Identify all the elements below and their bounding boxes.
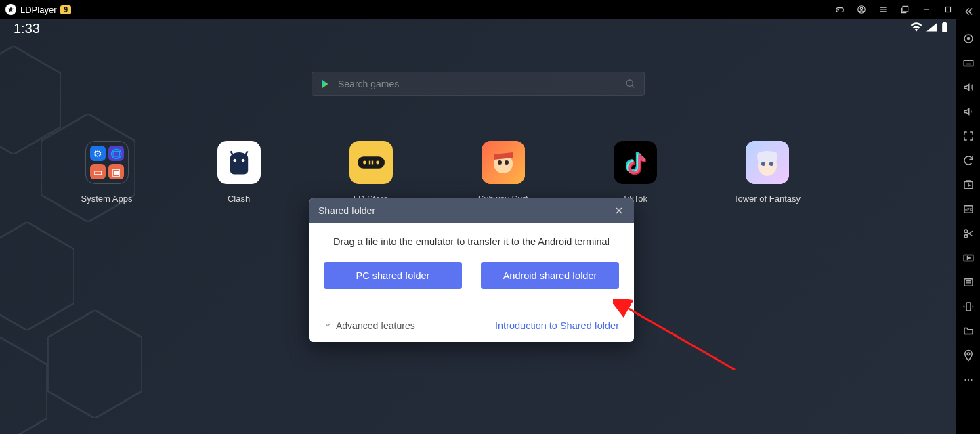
app-label: System Apps (81, 194, 133, 204)
battery-icon (941, 22, 948, 35)
dialog-message: Drag a file into the emulator to transfe… (324, 235, 619, 250)
keyboard-icon[interactable] (962, 57, 975, 69)
svg-rect-0 (836, 8, 844, 12)
signal-icon (926, 22, 937, 35)
search-bar[interactable]: Search games (312, 72, 645, 96)
svg-marker-5 (0, 46, 61, 154)
location-icon[interactable] (962, 349, 975, 362)
dialog-title: Shared folder (318, 205, 375, 216)
globe-mini-icon: 🌐 (108, 146, 124, 161)
account-icon[interactable] (857, 5, 866, 14)
svg-point-14 (241, 159, 244, 162)
system-apps-folder-icon: ⚙ 🌐 ▭ ▣ (85, 141, 129, 184)
app-tiktok[interactable]: TikTok (569, 141, 701, 204)
more-icon[interactable] (962, 374, 975, 386)
svg-text:APK: APK (964, 207, 972, 211)
collapse-toolbar-icon[interactable] (962, 5, 975, 18)
app-label: Clash (228, 194, 250, 204)
minimize-icon[interactable] (922, 5, 931, 14)
play-store-icon (320, 79, 331, 89)
volume-up-icon[interactable] (962, 81, 975, 93)
emulator-screen: 1:33 Search games ⚙ 🌐 ▭ (0, 19, 956, 434)
svg-rect-3 (903, 6, 908, 12)
svg-line-29 (625, 307, 735, 370)
titlebar-actions (835, 5, 975, 14)
target-icon[interactable] (962, 32, 975, 45)
menu-icon[interactable] (878, 5, 888, 14)
shake-icon[interactable] (962, 301, 975, 313)
dialog-close-button[interactable] (614, 205, 624, 216)
pc-shared-folder-button[interactable]: PC shared folder (324, 262, 462, 289)
svg-point-43 (967, 379, 968, 381)
gamepad-icon[interactable] (835, 5, 845, 14)
maximize-icon[interactable] (943, 5, 953, 14)
gallery-mini-icon: ▣ (108, 164, 124, 179)
advanced-features-label: Advanced features (336, 320, 415, 331)
svg-point-16 (363, 161, 366, 165)
svg-point-2 (860, 7, 863, 10)
app-label: Tower of Fantasy (733, 194, 801, 204)
intro-shared-folder-link[interactable]: Introduction to Shared folder (495, 320, 619, 331)
svg-marker-7 (0, 222, 74, 330)
apps-grid: ⚙ 🌐 ▭ ▣ System Apps Clash LD Store Subwa… (0, 141, 956, 204)
app-logo-icon (5, 4, 16, 15)
folder-icon[interactable] (962, 325, 975, 337)
svg-point-27 (769, 162, 773, 166)
fullscreen-icon[interactable] (962, 130, 975, 142)
svg-point-26 (761, 162, 765, 166)
android-shared-folder-button[interactable]: Android shared folder (481, 262, 619, 289)
subway-surf-icon (482, 141, 525, 184)
app-subway-surf[interactable]: Subway Surf (437, 141, 569, 204)
app-system-apps[interactable]: ⚙ 🌐 ▭ ▣ System Apps (41, 141, 173, 204)
svg-point-42 (964, 379, 966, 381)
svg-point-22 (498, 160, 502, 165)
svg-point-13 (233, 159, 236, 162)
dialog-body: Drag a file into the emulator to transfe… (309, 223, 634, 313)
scissors-icon[interactable] (962, 227, 975, 240)
dialog-buttons: PC shared folder Android shared folder (324, 262, 619, 289)
svg-point-44 (971, 379, 972, 381)
clash-icon (217, 141, 261, 184)
ldstore-icon (349, 141, 393, 184)
advanced-features-toggle[interactable]: Advanced features (324, 320, 415, 331)
app-clash[interactable]: Clash (173, 141, 305, 204)
search-placeholder: Search games (338, 79, 625, 89)
settings-mini-icon: ⚙ (90, 146, 106, 161)
svg-rect-32 (964, 60, 973, 66)
dialog-footer: Advanced features Introduction to Shared… (309, 313, 634, 342)
svg-rect-15 (358, 156, 385, 169)
status-icons (910, 22, 948, 35)
search-icon (625, 79, 636, 89)
apk-icon[interactable]: APK (962, 203, 975, 215)
multi-window-icon[interactable] (900, 5, 910, 14)
screenshot-icon[interactable] (962, 179, 975, 191)
version-badge: 9 (60, 5, 71, 14)
app-tower-of-fantasy[interactable]: Tower of Fantasy (701, 141, 833, 204)
titlebar-left: LDPlayer 9 (5, 4, 71, 15)
svg-point-31 (967, 38, 969, 40)
svg-marker-9 (0, 337, 47, 434)
right-toolbar: APK (956, 0, 980, 434)
clock: 1:33 (14, 21, 40, 37)
chevron-down-icon (324, 320, 332, 331)
list-icon[interactable] (962, 276, 975, 288)
app-title: LDPlayer (20, 5, 56, 15)
volume-down-icon[interactable] (962, 106, 975, 118)
app-ld-store[interactable]: LD Store (305, 141, 437, 204)
svg-rect-10 (943, 23, 947, 32)
svg-point-12 (626, 80, 633, 86)
record-icon[interactable] (962, 252, 975, 264)
svg-rect-11 (943, 22, 945, 24)
svg-marker-8 (47, 310, 142, 418)
shared-folder-dialog: Shared folder Drag a file into the emula… (309, 198, 634, 342)
svg-point-23 (505, 160, 509, 165)
files-mini-icon: ▭ (90, 164, 106, 179)
titlebar: LDPlayer 9 (0, 0, 980, 19)
svg-rect-19 (371, 161, 372, 165)
tiktok-icon (614, 141, 657, 184)
sync-icon[interactable] (962, 154, 975, 167)
dialog-header: Shared folder (309, 198, 634, 223)
svg-point-17 (376, 161, 379, 165)
svg-rect-4 (946, 7, 951, 12)
wifi-icon (910, 22, 922, 35)
